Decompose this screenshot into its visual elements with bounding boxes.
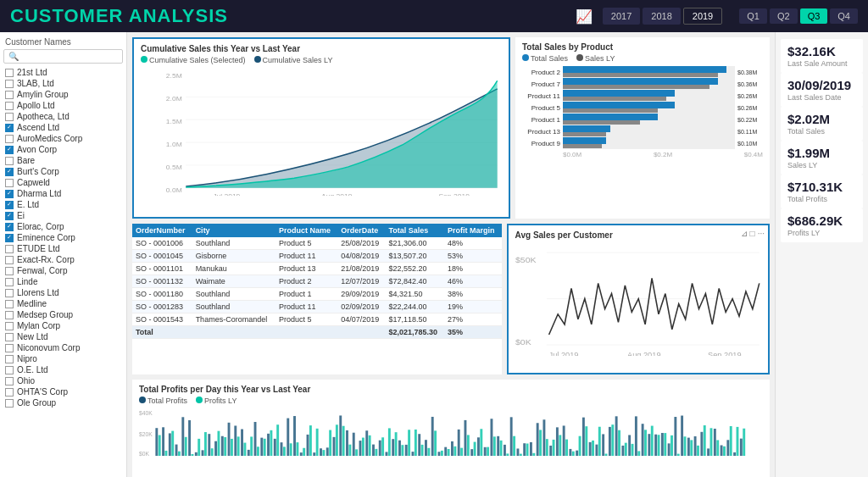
svg-rect-149 <box>563 425 565 456</box>
filter-icon[interactable]: ⊿ <box>741 229 748 238</box>
customer-item[interactable]: Ole Group <box>3 397 123 408</box>
svg-rect-43 <box>214 441 217 455</box>
more-icon[interactable]: ··· <box>758 229 765 238</box>
customer-checkbox[interactable] <box>5 377 14 385</box>
profits-legend-total: Total Profits <box>139 397 187 405</box>
customer-checkbox[interactable] <box>5 212 14 220</box>
quarter-tab-q1[interactable]: Q1 <box>739 8 767 24</box>
customer-item[interactable]: Capweld <box>3 177 123 188</box>
table-row[interactable]: SO - 0001543Thames-CoromandelProduct 504… <box>132 313 502 326</box>
customer-item[interactable]: Elorac, Corp <box>3 221 123 232</box>
table-row[interactable]: SO - 0001101ManukauProduct 1321/08/2019$… <box>132 263 502 275</box>
svg-rect-46 <box>224 437 226 456</box>
product-bar-label: Product 7 <box>522 80 560 88</box>
customer-item[interactable]: Ei <box>3 210 123 221</box>
customer-item[interactable]: Linde <box>3 276 123 287</box>
product-bar-label: Product 1 <box>522 116 560 124</box>
customer-item[interactable]: Niconovum Corp <box>3 342 123 353</box>
customer-checkbox[interactable] <box>5 344 14 352</box>
customer-checkbox[interactable] <box>5 311 14 319</box>
customer-checkbox[interactable] <box>5 146 14 154</box>
kpi-value: 30/09/2019 <box>787 78 856 92</box>
customer-item[interactable]: AuroMedics Corp <box>3 133 123 144</box>
customer-item[interactable]: Medline <box>3 298 123 309</box>
customer-checkbox[interactable] <box>5 278 14 286</box>
customer-item[interactable]: Mylan Corp <box>3 320 123 331</box>
customer-checkbox[interactable] <box>5 366 14 374</box>
customer-checkbox[interactable] <box>5 333 14 341</box>
customer-checkbox[interactable] <box>5 80 14 88</box>
customer-checkbox[interactable] <box>5 223 14 231</box>
customer-item[interactable]: Fenwal, Corp <box>3 265 123 276</box>
customer-item[interactable]: Medsep Group <box>3 309 123 320</box>
quarter-tab-q3[interactable]: Q3 <box>800 8 828 24</box>
customer-item[interactable]: Ascend Ltd <box>3 122 123 133</box>
customer-checkbox[interactable] <box>5 267 14 275</box>
table-row[interactable]: SO - 0001006SouthlandProduct 525/08/2019… <box>132 237 502 250</box>
main-content: Customer Names 🔍 21st Ltd3LAB, LtdAmylin… <box>0 32 868 477</box>
table-cell: $72,842.40 <box>386 275 445 288</box>
customer-item[interactable]: E. Ltd <box>3 199 123 210</box>
customer-name: Capweld <box>17 178 50 187</box>
customer-item[interactable]: Avon Corp <box>3 144 123 155</box>
customer-item[interactable]: Llorens Ltd <box>3 287 123 298</box>
customer-checkbox[interactable] <box>5 388 14 397</box>
customer-checkbox[interactable] <box>5 69 14 77</box>
svg-rect-133 <box>510 417 513 456</box>
customer-item[interactable]: Apotheca, Ltd <box>3 111 123 122</box>
customer-item[interactable]: Nipro <box>3 353 123 364</box>
product-bar-value: $0.22M <box>737 117 763 123</box>
customer-item[interactable]: Apollo Ltd <box>3 100 123 111</box>
customer-checkbox[interactable] <box>5 190 14 198</box>
year-tab-2017[interactable]: 2017 <box>603 8 640 25</box>
customer-checkbox[interactable] <box>5 124 14 132</box>
customer-name: Avon Corp <box>17 145 57 154</box>
customer-item[interactable]: O.E. Ltd <box>3 364 123 375</box>
quarter-tab-q2[interactable]: Q2 <box>770 8 798 24</box>
table-total-cell: Total <box>132 326 192 339</box>
customer-checkbox[interactable] <box>5 91 14 99</box>
customer-item[interactable]: 21st Ltd <box>3 67 123 78</box>
customer-checkbox[interactable] <box>5 399 14 408</box>
customer-checkbox[interactable] <box>5 135 14 143</box>
customer-item[interactable]: ETUDE Ltd <box>3 243 123 254</box>
year-tab-2018[interactable]: 2018 <box>643 8 680 25</box>
customer-checkbox[interactable] <box>5 256 14 264</box>
customer-checkbox[interactable] <box>5 179 14 187</box>
table-row[interactable]: SO - 0001045GisborneProduct 1104/08/2019… <box>132 250 502 263</box>
customer-item[interactable]: Amylin Group <box>3 89 123 100</box>
year-tab-2019[interactable]: 2019 <box>683 8 722 25</box>
customer-item[interactable]: Dharma Ltd <box>3 188 123 199</box>
col-ordernumber: OrderNumber <box>132 224 192 237</box>
customer-item[interactable]: Bare <box>3 155 123 166</box>
customer-checkbox[interactable] <box>5 289 14 297</box>
customer-item[interactable]: Burt's Corp <box>3 166 123 177</box>
chart-toolbar: ⊿ □ ··· <box>741 229 765 238</box>
customer-checkbox[interactable] <box>5 245 14 253</box>
top-charts-row: Cumulative Sales this Year vs Last Year … <box>127 32 775 224</box>
customer-checkbox[interactable] <box>5 201 14 209</box>
table-row[interactable]: SO - 0001283SouthlandProduct 1102/09/201… <box>132 301 502 313</box>
customer-item[interactable]: Ohio <box>3 375 123 386</box>
product-bar-row: Product 5$0.26M <box>522 102 763 114</box>
customer-checkbox[interactable] <box>5 113 14 121</box>
customer-item[interactable]: 3LAB, Ltd <box>3 78 123 89</box>
customer-checkbox[interactable] <box>5 157 14 165</box>
customer-checkbox[interactable] <box>5 168 14 176</box>
customer-checkbox[interactable] <box>5 234 14 242</box>
table-row[interactable]: SO - 0001180SouthlandProduct 129/09/2019… <box>132 288 502 301</box>
quarter-tab-q4[interactable]: Q4 <box>830 8 858 24</box>
customer-checkbox[interactable] <box>5 300 14 308</box>
customer-item[interactable]: OHTA'S Corp <box>3 386 123 397</box>
table-row[interactable]: SO - 0001132WaimateProduct 212/07/2019$7… <box>132 275 502 288</box>
customer-item[interactable]: Exact-Rx. Corp <box>3 254 123 265</box>
customer-checkbox[interactable] <box>5 102 14 110</box>
customer-checkbox[interactable] <box>5 322 14 330</box>
search-box[interactable]: 🔍 <box>3 49 123 64</box>
svg-rect-170 <box>632 443 634 455</box>
customer-item[interactable]: New Ltd <box>3 331 123 342</box>
cumulative-svg: 0.0M 0.5M 1.0M 1.5M 2.0M 2.5M <box>141 66 502 196</box>
customer-checkbox[interactable] <box>5 355 14 363</box>
customer-item[interactable]: Eminence Corp <box>3 232 123 243</box>
expand-icon[interactable]: □ <box>750 229 755 238</box>
